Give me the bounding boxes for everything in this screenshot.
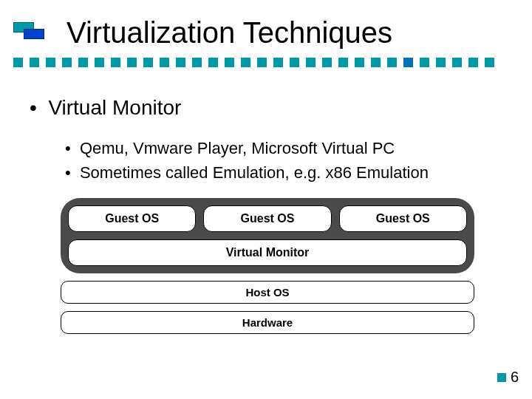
decorative-square	[355, 58, 364, 67]
decorative-square	[468, 58, 478, 67]
decorative-square	[387, 58, 397, 67]
decorative-square	[371, 58, 381, 67]
decorative-square	[403, 58, 413, 67]
page-number: 6	[497, 369, 519, 386]
architecture-diagram: Guest OS Guest OS Guest OS Virtual Monit…	[61, 198, 474, 334]
decorative-square	[420, 58, 429, 67]
host-os-box: Host OS	[61, 281, 474, 304]
slide-title: Virtualization Techniques	[66, 16, 392, 50]
virtual-monitor-box: Virtual Monitor	[68, 239, 467, 266]
decorative-square	[208, 58, 218, 67]
diagram-lower-layers: Host OS Hardware	[61, 281, 474, 334]
guest-os-box-1: Guest OS	[68, 205, 196, 232]
decorative-square	[290, 58, 299, 67]
bullet-level-1: • Virtual Monitor	[30, 96, 502, 120]
decorative-square	[322, 58, 332, 67]
decorative-square	[30, 58, 39, 67]
decorative-square	[176, 58, 185, 67]
decorative-square	[257, 58, 267, 67]
decorative-square	[78, 58, 88, 67]
slide-content: • Virtual Monitor • Qemu, Vmware Player,…	[30, 96, 502, 185]
decorative-square	[62, 58, 72, 67]
decorative-square	[273, 58, 283, 67]
bullet-level-2: • Qemu, Vmware Player, Microsoft Virtual…	[65, 136, 502, 160]
page-number-text: 6	[511, 369, 519, 386]
bullet-main-text: Virtual Monitor	[48, 96, 181, 119]
logo-bar-blue	[24, 29, 44, 39]
decorative-square	[192, 58, 202, 67]
decorative-square	[13, 58, 23, 67]
bullet-level-2: • Sometimes called Emulation, e.g. x86 E…	[65, 160, 502, 185]
slide-logo	[13, 22, 44, 43]
diagram-container: Guest OS Guest OS Guest OS Virtual Monit…	[61, 198, 474, 273]
bullet-sub1-text: Qemu, Vmware Player, Microsoft Virtual P…	[80, 139, 395, 157]
decorative-square	[143, 58, 153, 67]
sub-bullets: • Qemu, Vmware Player, Microsoft Virtual…	[65, 136, 502, 185]
decorative-square	[95, 58, 104, 67]
decorative-square	[111, 58, 120, 67]
decorative-square	[225, 58, 234, 67]
hardware-box: Hardware	[61, 311, 474, 334]
bullet-sub2-text: Sometimes called Emulation, e.g. x86 Emu…	[80, 163, 429, 182]
guest-os-row: Guest OS Guest OS Guest OS	[68, 205, 467, 232]
decorative-square	[160, 58, 169, 67]
decorative-square	[241, 58, 250, 67]
decorative-square	[127, 58, 137, 67]
decorative-square	[46, 58, 55, 67]
decorative-square	[338, 58, 348, 67]
decorative-square	[306, 58, 316, 67]
decorative-square	[436, 58, 446, 67]
decorative-square	[452, 58, 462, 67]
guest-os-box-3: Guest OS	[339, 205, 467, 232]
decorative-square	[485, 58, 494, 67]
decorative-square-row	[13, 58, 494, 67]
page-number-square-icon	[497, 373, 506, 382]
guest-os-box-2: Guest OS	[203, 205, 331, 232]
